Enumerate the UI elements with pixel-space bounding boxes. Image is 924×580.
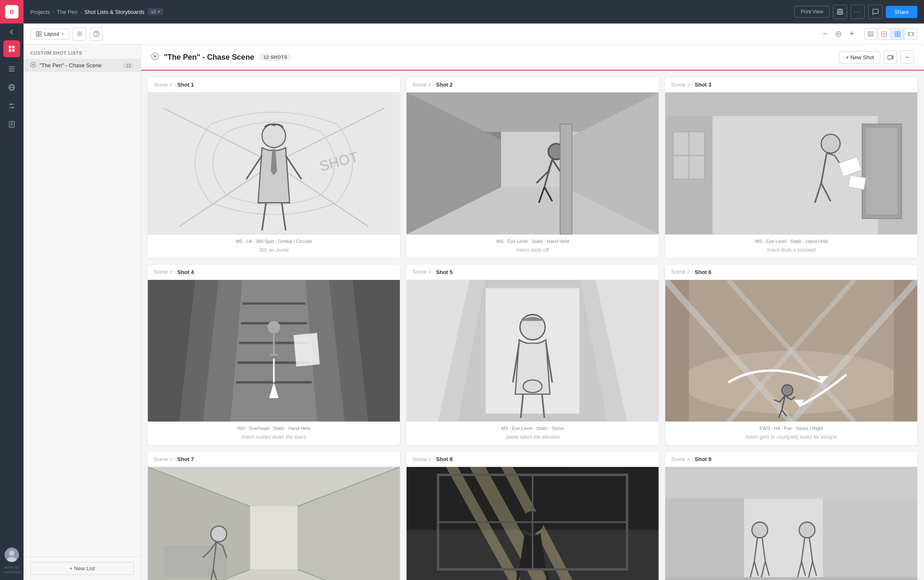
top-nav: Projects › The Pen › Shot Lists & Storyb…	[24, 0, 924, 24]
shot-area: "The Pen" - Chase Scene 12 SHOTS + New S…	[141, 45, 924, 580]
svg-marker-49	[154, 55, 157, 58]
svg-rect-34	[868, 34, 873, 35]
svg-rect-5	[9, 69, 15, 69]
svg-rect-24	[36, 32, 38, 34]
zoom-out-button[interactable]: −	[819, 28, 831, 40]
view-grid-button[interactable]	[891, 28, 904, 40]
shot-card-4[interactable]: Scene # › Shot 4	[148, 265, 400, 446]
icon-bar: G	[0, 0, 24, 580]
layout-button[interactable]: Layout ▾	[30, 29, 69, 40]
breadcrumb-the-pen[interactable]: The Pen	[57, 9, 77, 15]
shot-card-header-7: Scene # › Shot 7	[148, 452, 400, 467]
shot-grid: Scene # › Shot 1	[141, 71, 924, 580]
svg-rect-4	[9, 66, 15, 67]
svg-rect-132	[665, 467, 917, 498]
shot-meta-1: MS · LA · 360 Spin · Gimbal / Circular	[148, 235, 400, 245]
shot-card-8[interactable]: Scene # › Shot 8	[407, 452, 659, 580]
svg-point-30	[96, 35, 97, 36]
nav-storyboard[interactable]	[3, 40, 20, 57]
shot-image-7	[148, 467, 400, 580]
svg-rect-77	[848, 175, 866, 190]
made-by-label: Made By Leanometry	[2, 565, 22, 575]
sidebar-item-chase-scene[interactable]: "The Pen" - Chase Scene 12	[24, 59, 141, 72]
save-icon-button[interactable]	[833, 5, 847, 19]
shot-card-2[interactable]: Scene # › Shot 2	[407, 77, 659, 258]
sidebar-item-label: "The Pen" - Chase Scene	[39, 62, 120, 69]
collapse-button[interactable]: −	[900, 50, 914, 64]
shot-image-6	[665, 280, 917, 422]
shot-meta-3: WS · Eye Level · Static · Hand Held	[665, 235, 917, 245]
svg-rect-1	[12, 46, 15, 48]
more-options-button[interactable]: ···	[850, 5, 865, 19]
zoom-fit-button[interactable]	[832, 28, 844, 40]
svg-point-101	[681, 351, 902, 414]
svg-point-109	[782, 385, 793, 395]
svg-rect-120	[164, 546, 227, 577]
version-badge[interactable]: v0 ▾	[148, 8, 163, 15]
svg-rect-35	[868, 35, 873, 36]
svg-rect-33	[868, 32, 873, 33]
sidebar-item-icon	[30, 62, 36, 69]
shot-card-5[interactable]: Scene # › Shot 5	[407, 265, 659, 446]
view-table-button[interactable]	[878, 28, 890, 40]
new-shot-button[interactable]: + New Shot	[839, 51, 880, 63]
shot-desc-3: Intern finds a stairwell	[665, 245, 917, 258]
shot-desc-6: Intern gets to courtyard, looks for esca…	[665, 432, 917, 445]
view-list-button[interactable]	[864, 28, 877, 40]
print-view-button[interactable]: Print View	[794, 6, 830, 18]
svg-rect-44	[908, 32, 909, 36]
shot-image-8	[407, 467, 659, 580]
shot-image-1: SHOT	[148, 92, 400, 235]
nav-globe[interactable]	[3, 79, 20, 96]
svg-rect-93	[294, 333, 320, 366]
settings-button[interactable]	[73, 27, 86, 41]
nav-back[interactable]	[3, 24, 20, 40]
nav-sliders[interactable]	[3, 98, 20, 114]
zoom-in-button[interactable]: +	[846, 28, 858, 40]
svg-point-19	[9, 551, 14, 556]
shot-image-4	[148, 280, 400, 422]
comments-button[interactable]	[868, 5, 882, 19]
svg-rect-42	[898, 34, 900, 37]
shot-card-header-6: Scene # › Shot 6	[665, 265, 917, 280]
new-list-button[interactable]: + New List	[30, 562, 134, 575]
svg-rect-71	[866, 128, 898, 214]
shot-card-header-4: Scene # › Shot 4	[148, 265, 400, 280]
svg-rect-65	[560, 124, 572, 235]
help-button[interactable]	[89, 27, 103, 41]
shot-meta-2: WS · Eye Level · Static · Hand Held	[407, 235, 659, 245]
svg-rect-26	[36, 34, 38, 37]
view-film-button[interactable]	[905, 28, 917, 40]
shot-desc-1: 360 on Jamie	[148, 245, 400, 258]
user-avatar[interactable]	[5, 548, 19, 562]
shot-card-3[interactable]: Scene # › Shot 3	[665, 77, 917, 258]
breadcrumb: Projects › The Pen › Shot Lists & Storyb…	[30, 9, 144, 15]
svg-point-136	[752, 522, 768, 538]
app-logo-area: G	[0, 0, 24, 24]
svg-point-11	[10, 103, 12, 105]
main-area: Projects › The Pen › Shot Lists & Storyb…	[24, 0, 924, 580]
svg-rect-2	[9, 49, 11, 52]
breadcrumb-projects[interactable]: Projects	[30, 9, 50, 15]
shot-area-header: "The Pen" - Chase Scene 12 SHOTS + New S…	[141, 45, 924, 71]
svg-point-87	[268, 321, 280, 333]
nav-shotlist[interactable]	[3, 61, 20, 77]
sidebar-item-count: 12	[123, 63, 134, 69]
scene-title: "The Pen" - Chase Scene	[164, 53, 254, 62]
svg-point-13	[12, 107, 13, 108]
svg-rect-50	[888, 55, 892, 59]
shot-desc-5: Jamie takes the elevator	[407, 432, 659, 445]
svg-rect-6	[9, 71, 15, 71]
svg-rect-45	[913, 32, 914, 36]
shot-card-9[interactable]: Scene # › Shot 9	[665, 452, 917, 580]
shot-area-header-actions: + New Shot −	[839, 50, 914, 64]
shot-card-7[interactable]: Scene # › Shot 7	[148, 452, 400, 580]
shot-card-6[interactable]: Scene # › Shot 6	[665, 265, 917, 446]
video-icon-button[interactable]	[884, 50, 897, 64]
share-button[interactable]: Share	[886, 6, 917, 18]
sidebar: CUSTOM SHOT LISTS "The Pen" - Chase Scen…	[24, 45, 141, 580]
shot-meta-5: MS · Eye Level · Static · Sticks	[407, 422, 659, 432]
app-logo[interactable]: G	[5, 5, 18, 18]
nav-book[interactable]	[3, 116, 20, 133]
shot-card-1[interactable]: Scene # › Shot 1	[148, 77, 400, 258]
